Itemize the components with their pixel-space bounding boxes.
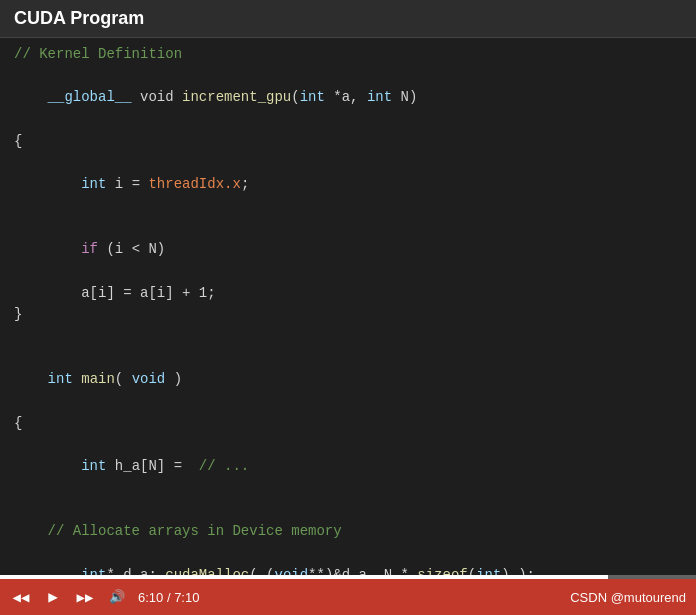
code-line-cudamalloc: int* d_a; cudaMalloc( (void**)&d_a, N * … (14, 543, 682, 575)
code-line-comment2: // Allocate arrays in Device memory (14, 521, 682, 543)
title-bar: CUDA Program (0, 0, 696, 38)
play-button[interactable]: ▶ (42, 586, 64, 608)
play-prev-button[interactable]: ◀◀ (10, 586, 32, 608)
player-controls: ◀◀ ▶ ▶▶ 🔊 6:10 / 7:10 (10, 586, 199, 608)
code-line-brace2: { (14, 413, 682, 435)
code-line-brace1: { (14, 131, 682, 153)
code-line-blank1 (14, 326, 682, 348)
progress-bar-fill (0, 575, 608, 579)
volume-button[interactable]: 🔊 (106, 586, 128, 608)
bottom-bar: ◀◀ ▶ ▶▶ 🔊 6:10 / 7:10 CSDN @mutourend (0, 579, 696, 615)
code-line-close1: } (14, 304, 682, 326)
code-line-int-i: int i = threadIdx.x; (14, 152, 682, 217)
code-line-comment1: // Kernel Definition (14, 44, 682, 66)
code-line-if: if (i < N) (14, 218, 682, 283)
time-display: 6:10 / 7:10 (138, 590, 199, 605)
page-title: CUDA Program (14, 8, 682, 29)
code-area: // Kernel Definition __global__ void inc… (0, 38, 696, 575)
code-line-blank2 (14, 499, 682, 521)
code-line-arr: a[i] = a[i] + 1; (14, 283, 682, 305)
code-line-main: int main( void ) (14, 348, 682, 413)
code-line-global: __global__ void increment_gpu(int *a, in… (14, 66, 682, 131)
play-next-button[interactable]: ▶▶ (74, 586, 96, 608)
progress-bar-container[interactable] (0, 575, 696, 579)
watermark: CSDN @mutourend (570, 590, 686, 605)
code-line-ha: int h_a[N] = // ... (14, 434, 682, 499)
